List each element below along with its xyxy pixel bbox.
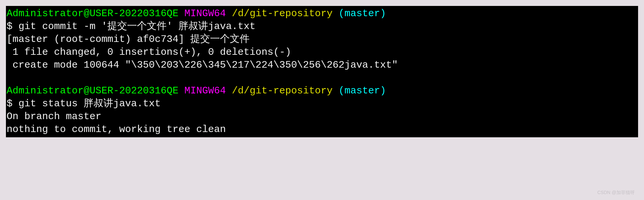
prompt-line-1: Administrator@USER-20220316QE MINGW64 /d… [7,7,637,20]
git-branch: (master) [333,85,386,96]
shell-type: MINGW64 [178,8,232,19]
prompt-symbol: $ [7,98,18,109]
output-commit-header: [master (root-commit) af0c734] 提交一个文件 [7,33,637,46]
prompt-symbol: $ [7,21,18,32]
prompt-line-2: Administrator@USER-20220316QE MINGW64 /d… [7,84,637,97]
shell-type: MINGW64 [178,85,232,96]
command-text: git status 胖叔讲java.txt [18,98,161,109]
command-line-2: $ git status 胖叔讲java.txt [7,97,637,110]
output-nothing-commit: nothing to commit, working tree clean [7,123,637,136]
user-host: Administrator@USER-20220316QE [7,85,178,96]
output-files-changed: 1 file changed, 0 insertions(+), 0 delet… [7,46,637,59]
output-on-branch: On branch master [7,110,637,123]
command-text: git commit -m '提交一个文件' 胖叔讲java.txt [18,21,255,32]
blank-line [7,72,637,84]
current-path: /d/git-repository [232,85,333,96]
watermark-text: CSDN @加菲猫呀 [597,189,635,195]
output-create-mode: create mode 100644 "\350\203\226\345\217… [7,59,637,72]
current-path: /d/git-repository [232,8,333,19]
git-branch: (master) [333,8,386,19]
command-line-1: $ git commit -m '提交一个文件' 胖叔讲java.txt [7,20,637,33]
user-host: Administrator@USER-20220316QE [7,8,178,19]
terminal-window[interactable]: Administrator@USER-20220316QE MINGW64 /d… [6,6,638,137]
